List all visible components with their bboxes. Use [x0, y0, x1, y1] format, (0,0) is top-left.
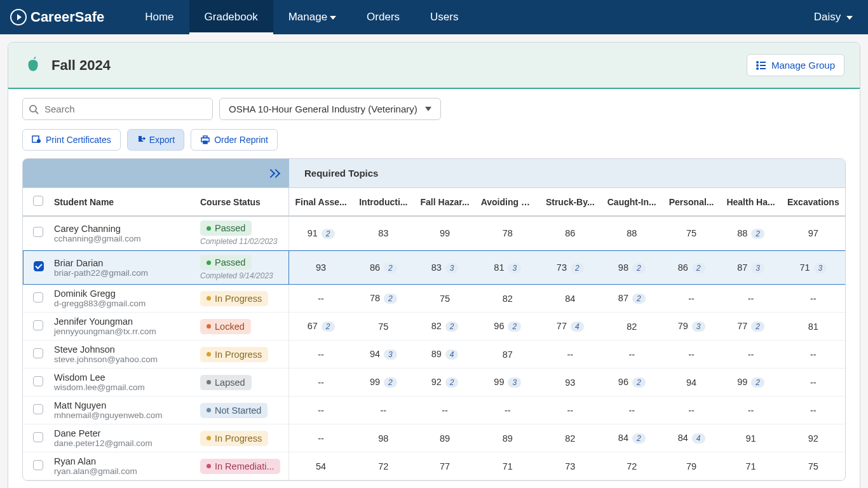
score-cell: 99 [414, 217, 475, 250]
svg-rect-11 [203, 136, 207, 138]
row-checkbox[interactable] [33, 460, 43, 470]
score-cell: 82 [539, 424, 601, 452]
export-button[interactable]: Export [127, 129, 184, 151]
course-status-header[interactable]: Course Status [195, 187, 289, 217]
score-cell: -- [601, 396, 663, 424]
search-input[interactable] [22, 98, 213, 120]
score-cell: 71 [720, 452, 781, 480]
score-cell: 86 [539, 217, 601, 250]
attempts-badge: 3 [445, 263, 459, 273]
row-checkbox[interactable] [33, 348, 43, 358]
score-cell: 862 [353, 250, 414, 285]
course-select[interactable]: OSHA 10-Hour General Industry (Veterinar… [219, 98, 441, 120]
score-cell: 93 [539, 369, 601, 396]
topic-header[interactable]: Personal... [663, 187, 721, 217]
row-checkbox[interactable] [33, 320, 43, 330]
student-name-header[interactable]: Student Name [49, 187, 195, 217]
topic-header[interactable]: Introducti... [353, 187, 414, 217]
table-row[interactable]: Briar Darianbriar-path22@gmail.comPassed… [23, 250, 845, 285]
user-menu[interactable]: Daisy [809, 11, 858, 24]
row-checkbox[interactable] [33, 227, 43, 237]
manage-group-button[interactable]: Manage Group [747, 54, 844, 76]
controls-row: OSHA 10-Hour General Industry (Veterinar… [8, 89, 860, 129]
score-cell: 962 [601, 369, 663, 396]
topic-header[interactable]: Health Ha... [720, 187, 781, 217]
status-dot-icon [207, 324, 211, 329]
score-cell: 75 [782, 452, 845, 480]
score-cell: 91 [720, 424, 781, 452]
table-row[interactable]: Matt Nguyenmhnemail@nguyenweb.comNot Sta… [23, 396, 845, 424]
student-email: ryan.alan@gmail.com [54, 466, 190, 476]
reprint-label: Order Reprint [214, 135, 268, 145]
attempts-badge: 2 [692, 263, 705, 273]
row-checkbox[interactable] [33, 376, 43, 386]
score-cell: 84 [539, 285, 601, 313]
nav-orders[interactable]: Orders [351, 0, 415, 34]
row-checkbox[interactable] [33, 292, 43, 302]
row-checkbox[interactable] [33, 404, 43, 414]
attempts-badge: 3 [508, 263, 521, 273]
table-row[interactable]: Dane Peterdane.peter12@gmail.comIn Progr… [23, 424, 845, 452]
export-icon [137, 135, 146, 144]
topic-header[interactable]: Struck-By... [539, 187, 601, 217]
table-row[interactable]: Steve Johnsonsteve.johnson@yahoo.comIn P… [23, 341, 845, 369]
score-cell: 842 [601, 424, 663, 452]
score-cell: -- [720, 341, 781, 369]
topic-header[interactable]: Excavations [782, 187, 845, 217]
score-cell: 82 [476, 285, 539, 313]
student-email: wisdom.lee@gmail.com [54, 383, 190, 392]
status-dot-icon [207, 408, 211, 412]
attempts-badge: 2 [751, 322, 764, 332]
print-label: Print Certificates [46, 135, 111, 145]
attempts-badge: 2 [508, 322, 521, 332]
attempts-badge: 2 [571, 263, 584, 273]
score-cell: 962 [476, 313, 539, 341]
svg-line-7 [36, 111, 38, 114]
status-badge: Locked [200, 319, 251, 334]
student-email: d-gregg883@gmail.com [54, 299, 190, 308]
student-email: cchanning@gmail.com [54, 234, 190, 243]
attempts-badge: 2 [445, 377, 459, 388]
table-row[interactable]: Wisdom Leewisdom.lee@gmail.comLapsed--99… [23, 369, 845, 396]
page-title: Fall 2024 [51, 57, 111, 74]
table-wrapper: Required Topics Student Name Course Stat… [8, 158, 860, 488]
print-certificates-button[interactable]: Print Certificates [22, 129, 121, 151]
topic-header[interactable]: Fall Hazar... [414, 187, 475, 217]
score-cell: 862 [663, 250, 721, 285]
student-name: Carey Channing [54, 224, 190, 234]
score-cell: 72 [353, 452, 414, 480]
topic-header[interactable]: Caught-In... [601, 187, 663, 217]
topic-header[interactable]: Avoiding E... [476, 187, 539, 217]
attempts-badge: 2 [384, 263, 397, 273]
triangle-down-icon [425, 107, 431, 111]
nav-manage[interactable]: Manage [273, 0, 351, 34]
nav-users[interactable]: Users [415, 0, 473, 34]
brand-logo[interactable]: CareerSafe [10, 9, 104, 25]
order-reprint-button[interactable]: Order Reprint [191, 129, 278, 151]
student-name: Briar Darian [54, 258, 190, 268]
student-name: Ryan Alan [54, 456, 190, 466]
status-badge: Passed [200, 220, 252, 236]
checkbox-header[interactable] [23, 187, 49, 217]
checkbox-icon [33, 196, 43, 206]
score-cell: 75 [414, 285, 475, 313]
topic-header[interactable]: Final Asse... [289, 187, 353, 217]
table-row[interactable]: Carey Channingcchanning@gmail.comPassedC… [23, 217, 845, 250]
nav-gradebook[interactable]: Gradebook [189, 0, 273, 34]
row-checkbox[interactable] [33, 432, 43, 442]
table-row[interactable]: Jennifer Youngmanjennyyoungman@tx.rr.com… [23, 313, 845, 341]
nav-home[interactable]: Home [130, 0, 189, 34]
attempts-badge: 4 [445, 349, 459, 360]
attempts-badge: 2 [384, 377, 397, 388]
table-row[interactable]: Ryan Alanryan.alan@gmail.comIn Remediati… [23, 452, 845, 480]
table-row[interactable]: Dominik Greggd-gregg883@gmail.comIn Prog… [23, 285, 845, 313]
attempts-badge: 2 [632, 263, 646, 273]
export-label: Export [149, 135, 175, 145]
attempts-badge: 3 [751, 263, 764, 273]
expand-cell[interactable] [23, 159, 289, 187]
student-email: briar-path22@gmail.com [54, 268, 190, 278]
row-checkbox[interactable] [34, 261, 44, 271]
attempts-badge: 4 [692, 433, 705, 444]
score-cell: -- [601, 341, 663, 369]
student-name: Jennifer Youngman [54, 316, 190, 327]
